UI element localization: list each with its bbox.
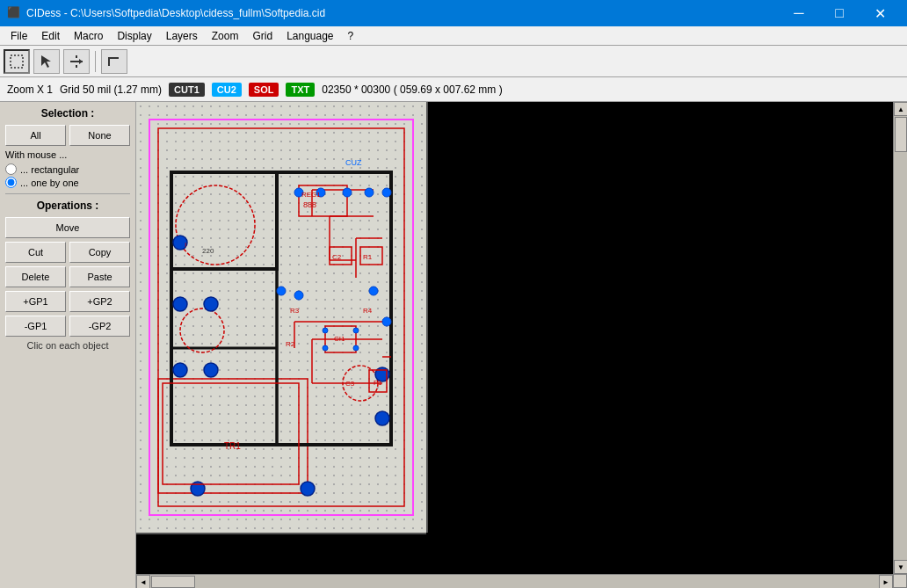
layer-sol[interactable]: SOL <box>249 83 279 97</box>
svg-point-51 <box>204 363 218 377</box>
svg-point-50 <box>204 297 218 311</box>
svg-text:R4: R4 <box>363 307 373 315</box>
svg-text:R2: R2 <box>286 340 295 348</box>
svg-rect-69 <box>163 383 299 484</box>
delete-button[interactable]: Delete <box>5 266 66 287</box>
svg-point-46 <box>382 317 391 326</box>
black-bottom <box>136 533 893 574</box>
radio-rectangular-label: ... rectangular <box>20 164 79 175</box>
menu-language[interactable]: Language <box>279 26 340 46</box>
layer-txt[interactable]: TXT <box>286 83 315 97</box>
svg-rect-8 <box>158 379 308 493</box>
radio-rectangular[interactable] <box>5 163 17 175</box>
canvas-area[interactable]: REG1 888 220 C2 R1 R3 R4 R2 CI1 C3 <box>136 102 907 588</box>
svg-rect-10 <box>171 172 277 269</box>
svg-text:C2: C2 <box>332 253 342 261</box>
scroll-down-button[interactable]: ▼ <box>894 560 907 574</box>
svg-point-75 <box>353 345 359 351</box>
svg-text:P1: P1 <box>374 379 382 387</box>
radio-one-by-one[interactable] <box>5 177 17 188</box>
grid-info: Grid 50 mil (1.27 mm) <box>60 83 162 96</box>
paste-button[interactable]: Paste <box>69 266 130 287</box>
scroll-thumb-v[interactable] <box>895 117 907 152</box>
svg-text:CUZ: CUZ <box>345 158 362 167</box>
gp1-plus-button[interactable]: +GP1 <box>5 291 66 312</box>
layer-cut1[interactable]: CUT1 <box>169 83 205 97</box>
bend-tool-button[interactable] <box>101 49 127 74</box>
svg-text:R3: R3 <box>290 307 300 315</box>
radio-group: ... rectangular ... one by one <box>5 163 130 188</box>
layer-cu2[interactable]: CU2 <box>212 83 242 97</box>
pcb-board[interactable]: REG1 888 220 C2 R1 R3 R4 R2 CI1 C3 <box>136 102 426 533</box>
svg-text:REG1: REG1 <box>301 191 321 199</box>
none-button[interactable]: None <box>69 125 130 146</box>
svg-point-32 <box>176 185 255 265</box>
scroll-thumb-h[interactable] <box>151 576 195 588</box>
menu-bar: File Edit Macro Display Layers Zoom Grid… <box>0 26 907 46</box>
gp1-minus-button[interactable]: -GP1 <box>5 316 66 337</box>
svg-point-45 <box>294 291 303 300</box>
svg-text:R1: R1 <box>363 253 373 261</box>
vertical-scrollbar[interactable]: ▲ ▼ <box>893 102 907 574</box>
toolbar-sep <box>95 51 96 72</box>
select-tool-button[interactable] <box>33 49 60 74</box>
menu-file[interactable]: File <box>4 26 34 46</box>
black-right <box>428 102 893 533</box>
svg-point-55 <box>375 411 389 425</box>
svg-rect-9 <box>171 172 391 445</box>
menu-macro[interactable]: Macro <box>67 26 110 46</box>
select-rect-tool-button[interactable] <box>4 49 30 74</box>
move-button[interactable]: Move <box>5 217 130 238</box>
pcb-svg: REG1 888 220 C2 R1 R3 R4 R2 CI1 C3 <box>136 102 426 533</box>
gp2-plus-button[interactable]: +GP2 <box>69 291 130 312</box>
scroll-left-button[interactable]: ◄ <box>136 575 150 588</box>
svg-point-44 <box>369 287 378 295</box>
window-title: CIDess - C:\Users\Softpedia\Desktop\cide… <box>26 7 325 19</box>
radio-one-by-one-label: ... one by one <box>20 178 79 188</box>
svg-point-40 <box>343 188 352 197</box>
app-icon: ⬛ <box>7 6 21 20</box>
selection-status: Clic on each object <box>5 340 130 351</box>
svg-point-53 <box>301 482 315 496</box>
menu-layers[interactable]: Layers <box>159 26 205 46</box>
svg-rect-0 <box>11 55 23 68</box>
svg-text:220: 220 <box>202 247 214 255</box>
maximize-button[interactable]: □ <box>819 0 860 26</box>
svg-text:888: 888 <box>303 200 316 209</box>
svg-point-49 <box>173 363 187 377</box>
scroll-up-button[interactable]: ▲ <box>894 102 907 116</box>
coordinates: 02350 * 00300 ( 059.69 x 007.62 mm ) <box>322 83 502 96</box>
scroll-right-button[interactable]: ► <box>879 575 893 588</box>
move-tool-button[interactable] <box>63 49 90 74</box>
menu-grid[interactable]: Grid <box>245 26 279 46</box>
menu-display[interactable]: Display <box>110 26 158 46</box>
copy-button[interactable]: Copy <box>69 242 130 263</box>
svg-rect-7 <box>158 128 404 506</box>
close-button[interactable]: ✕ <box>860 0 900 26</box>
toolbar <box>0 46 907 77</box>
menu-edit[interactable]: Edit <box>34 26 67 46</box>
all-button[interactable]: All <box>5 125 66 146</box>
menu-help[interactable]: ? <box>341 26 361 46</box>
svg-point-42 <box>382 188 391 197</box>
horizontal-scrollbar[interactable]: ◄ ► <box>136 574 893 588</box>
svg-point-41 <box>365 188 374 197</box>
main-layout: Selection : All None With mouse ... ... … <box>0 102 907 588</box>
svg-point-48 <box>173 297 187 311</box>
menu-zoom[interactable]: Zoom <box>205 26 246 46</box>
window-controls: ─ □ ✕ <box>779 0 900 26</box>
cut-button[interactable]: Cut <box>5 242 66 263</box>
svg-point-43 <box>277 287 286 295</box>
gp2-minus-button[interactable]: -GP2 <box>69 316 130 337</box>
minimize-button[interactable]: ─ <box>779 0 819 26</box>
operations-title: Operations : <box>5 200 130 212</box>
svg-point-33 <box>180 309 224 352</box>
with-mouse-label: With mouse ... <box>5 149 130 160</box>
svg-point-74 <box>323 345 328 351</box>
svg-text:C3: C3 <box>345 380 355 388</box>
svg-point-73 <box>353 328 359 333</box>
zoom-level: Zoom X 1 <box>7 83 53 96</box>
scroll-track-v <box>894 116 907 560</box>
title-bar: ⬛ CIDess - C:\Users\Softpedia\Desktop\ci… <box>0 0 907 26</box>
zoom-bar: Zoom X 1 Grid 50 mil (1.27 mm) CUT1 CU2 … <box>0 77 907 102</box>
